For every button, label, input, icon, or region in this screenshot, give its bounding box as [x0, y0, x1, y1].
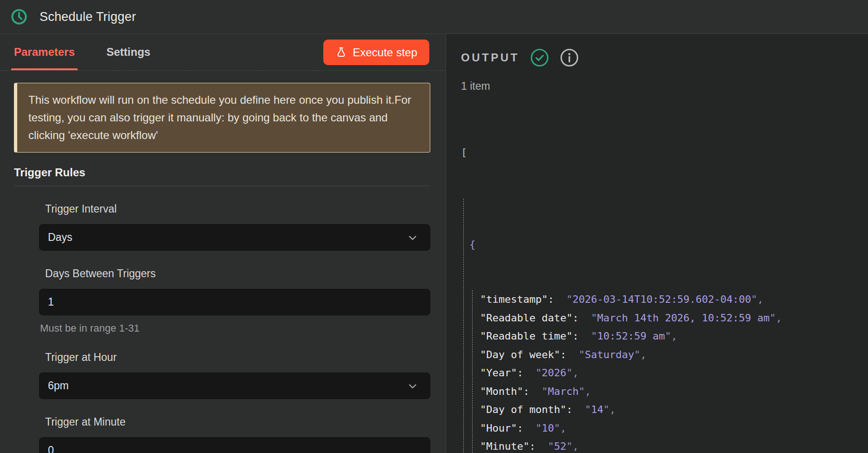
trigger-at-hour-select[interactable]: 6pm — [39, 373, 430, 399]
json-row: "timestamp": "2026-03-14T10:52:59.602-04… — [480, 290, 854, 309]
json-row: "Hour": "10", — [480, 419, 854, 438]
node-header: Schedule Trigger — [0, 0, 868, 34]
execute-step-button[interactable]: Execute step — [323, 40, 429, 65]
field-days-between-triggers: Days Between Triggers Must be in range 1… — [39, 267, 430, 334]
field-label: Trigger Interval — [45, 203, 430, 215]
output-title: OUTPUT — [461, 51, 520, 64]
tab-bar: Parameters Settings Execute step — [0, 34, 446, 71]
execute-step-label: Execute step — [353, 46, 417, 59]
field-trigger-at-minute: Trigger at Minute — [39, 416, 430, 453]
json-row: "Month": "March", — [480, 382, 854, 401]
json-row: "Year": "2026", — [480, 364, 854, 382]
notice-banner: This workflow will run on the schedule y… — [14, 83, 430, 153]
field-trigger-interval: Trigger Interval Days — [39, 203, 430, 251]
node-title: Schedule Trigger — [40, 10, 136, 24]
check-circle-icon — [530, 48, 549, 67]
json-row: "Readable date": "March 14th 2026, 10:52… — [480, 309, 854, 327]
section-divider — [14, 186, 430, 186]
select-value: Days — [48, 231, 72, 244]
output-header: OUTPUT — [461, 48, 854, 67]
field-hint: Must be in range 1-31 — [40, 322, 430, 334]
trigger-at-minute-input[interactable] — [39, 437, 430, 453]
trigger-interval-select[interactable]: Days — [39, 224, 430, 251]
json-array-open: [ — [461, 143, 854, 162]
chevron-down-icon — [407, 232, 419, 244]
chevron-down-icon — [407, 380, 419, 392]
schedule-trigger-window: Schedule Trigger Parameters Settings Exe… — [0, 0, 868, 453]
json-row: "Day of month": "14", — [480, 400, 854, 419]
field-label: Days Between Triggers — [45, 267, 430, 280]
json-object-open: { — [469, 235, 854, 254]
clock-icon — [10, 8, 28, 26]
field-label: Trigger at Hour — [45, 351, 430, 364]
info-circle-icon[interactable] — [560, 48, 579, 67]
section-title: Trigger Rules — [14, 166, 430, 179]
parameters-content: This workflow will run on the schedule y… — [0, 71, 446, 453]
json-row: "Readable time": "10:52:59 am", — [480, 327, 854, 346]
tab-settings[interactable]: Settings — [107, 34, 151, 70]
output-json-viewer: [ { "timestamp": "2026-03-14T10:52:59.60… — [461, 107, 854, 453]
select-value: 6pm — [48, 380, 69, 392]
notice-text: This workflow will run on the schedule y… — [28, 91, 419, 144]
parameters-panel: Parameters Settings Execute step This wo… — [0, 34, 446, 453]
tab-parameters[interactable]: Parameters — [14, 34, 75, 70]
json-row: "Day of week": "Saturday", — [480, 346, 854, 364]
flask-icon — [335, 47, 347, 58]
days-between-triggers-input[interactable] — [39, 289, 430, 315]
field-trigger-at-hour: Trigger at Hour 6pm — [39, 351, 430, 399]
json-row: "Minute": "52", — [480, 437, 854, 453]
field-label: Trigger at Minute — [45, 416, 430, 428]
output-items-count: 1 item — [461, 80, 854, 93]
output-panel: OUTPUT 1 item [ { "timestamp": "2026-03-… — [446, 34, 868, 453]
